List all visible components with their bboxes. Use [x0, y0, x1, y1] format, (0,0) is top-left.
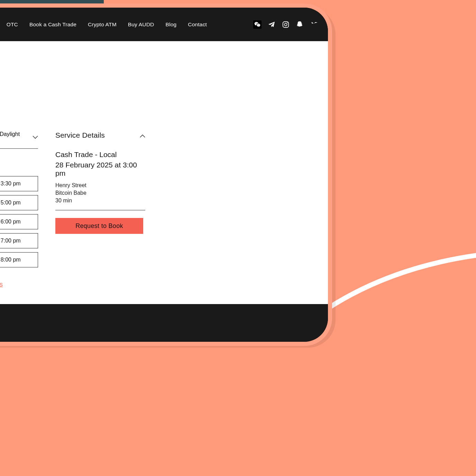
- request-to-book-button[interactable]: Request to Book: [55, 218, 143, 234]
- divider: [55, 210, 145, 210]
- svg-point-1: [284, 23, 287, 26]
- service-duration: 30 min: [55, 198, 145, 204]
- instagram-icon[interactable]: [282, 20, 290, 29]
- service-details-header-text: Service Details: [55, 131, 105, 139]
- service-location: Henry Street: [55, 182, 145, 189]
- wechat-icon[interactable]: [253, 20, 262, 29]
- nav-item-otc[interactable]: OTC: [7, 21, 18, 28]
- service-title: Cash Trade - Local: [55, 150, 145, 159]
- device-screen: Home About OTC Book a Cash Trade Crypto …: [0, 8, 328, 342]
- nav-item-book-cash-trade[interactable]: Book a Cash Trade: [29, 21, 76, 28]
- time-slots: 3:00 pm3:30 pm4:00 pm5:00 pm5:30 pm6:00 …: [0, 176, 38, 267]
- footer-bar: [0, 304, 328, 325]
- time-slot[interactable]: 3:30 pm: [0, 176, 38, 191]
- decorative-swoosh: [320, 249, 476, 353]
- service-details-toggle[interactable]: Service Details: [55, 131, 145, 139]
- nav-item-buy-audd[interactable]: Buy AUDD: [128, 21, 154, 28]
- page-content: - nd time that works for you Timezone: A…: [0, 41, 328, 304]
- service-datetime: 28 February 2025 at 3:00 pm: [55, 161, 145, 177]
- time-slot[interactable]: 8:00 pm: [0, 252, 38, 267]
- chevron-up-icon: [140, 131, 145, 139]
- device-frame: Home About OTC Book a Cash Trade Crypto …: [0, 3, 332, 346]
- top-nav: Home About OTC Book a Cash Trade Crypto …: [0, 8, 328, 41]
- time-slot[interactable]: 6:00 pm: [0, 214, 38, 229]
- service-details: Service Details Cash Trade - Local 28 Fe…: [55, 131, 145, 288]
- svg-point-2: [287, 22, 288, 23]
- chevron-down-icon: [33, 134, 38, 140]
- timezone-value: Australian Eastern Daylight Time (AEDT): [0, 131, 28, 144]
- snapchat-icon[interactable]: [296, 20, 304, 29]
- time-picker: Timezone: Australian Eastern Daylight Ti…: [0, 131, 38, 288]
- show-all-sessions-link[interactable]: Show all sessions: [0, 281, 3, 288]
- nav-item-crypto-atm[interactable]: Crypto ATM: [88, 21, 117, 28]
- social-links: [253, 20, 318, 29]
- time-slot[interactable]: 5:00 pm: [0, 195, 38, 210]
- nav-item-blog[interactable]: Blog: [165, 21, 176, 28]
- timezone-selector[interactable]: Timezone: Australian Eastern Daylight Ti…: [0, 131, 38, 149]
- day-heading: Friday 28 February: [0, 159, 38, 168]
- nav-item-contact[interactable]: Contact: [188, 21, 207, 28]
- twitter-icon[interactable]: [310, 20, 318, 29]
- nav-links: Home About OTC Book a Cash Trade Crypto …: [0, 21, 207, 28]
- page-viewport: Home About OTC Book a Cash Trade Crypto …: [0, 8, 328, 342]
- tagline-text: nd time that works for you: [0, 94, 1, 103]
- service-provider: Bitcoin Babe: [55, 190, 145, 196]
- time-slot[interactable]: 7:00 pm: [0, 233, 38, 248]
- telegram-icon[interactable]: [267, 20, 276, 29]
